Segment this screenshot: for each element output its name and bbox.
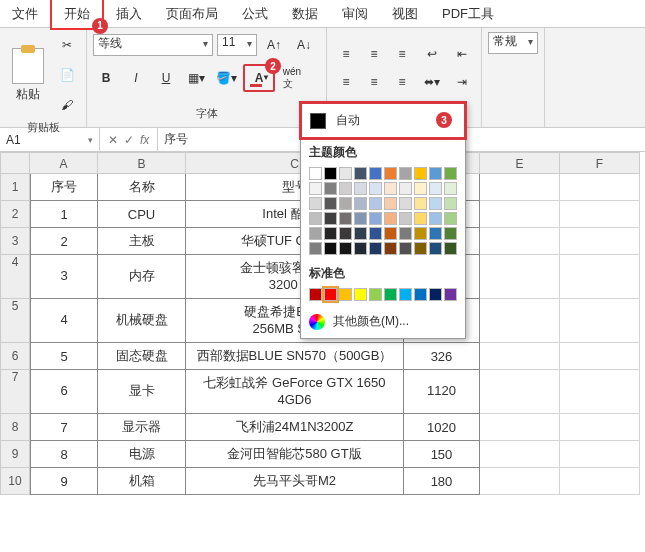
theme-color-swatch[interactable] [339, 182, 352, 195]
cell[interactable] [480, 174, 560, 201]
cell[interactable] [560, 228, 640, 255]
theme-color-swatch[interactable] [429, 182, 442, 195]
align-bottom-button[interactable]: ≡ [389, 41, 415, 67]
theme-color-swatch[interactable] [384, 227, 397, 240]
row-header[interactable]: 8 [0, 414, 30, 441]
cell[interactable]: 4 [30, 299, 98, 343]
standard-color-swatch[interactable] [384, 288, 397, 301]
cell[interactable] [480, 441, 560, 468]
row-header[interactable]: 9 [0, 441, 30, 468]
theme-color-swatch[interactable] [399, 227, 412, 240]
theme-color-swatch[interactable] [324, 182, 337, 195]
standard-color-swatch[interactable] [309, 288, 322, 301]
theme-color-swatch[interactable] [384, 242, 397, 255]
theme-color-swatch[interactable] [399, 167, 412, 180]
standard-color-swatch[interactable] [399, 288, 412, 301]
cell[interactable]: 固态硬盘 [98, 343, 186, 370]
row-header[interactable]: 7 [0, 370, 30, 414]
menu-文件[interactable]: 文件 [0, 0, 50, 28]
theme-color-swatch[interactable] [309, 227, 322, 240]
theme-color-swatch[interactable] [429, 167, 442, 180]
bold-button[interactable]: B [93, 65, 119, 91]
menu-数据[interactable]: 数据 [280, 0, 330, 28]
row-header[interactable]: 2 [0, 201, 30, 228]
cell[interactable]: 七彩虹战斧 GeForce GTX 1650 4GD6 [186, 370, 404, 414]
paste-button[interactable]: 粘贴 [6, 48, 50, 103]
cell[interactable]: 主板 [98, 228, 186, 255]
theme-color-swatch[interactable] [444, 212, 457, 225]
underline-button[interactable]: U [153, 65, 179, 91]
theme-color-swatch[interactable] [354, 167, 367, 180]
theme-color-swatch[interactable] [414, 182, 427, 195]
row-header[interactable]: 10 [0, 468, 30, 495]
standard-color-swatch[interactable] [354, 288, 367, 301]
indent-increase-button[interactable]: ⇥ [449, 69, 475, 95]
cell[interactable] [560, 414, 640, 441]
cell[interactable]: 机械硬盘 [98, 299, 186, 343]
align-right-button[interactable]: ≡ [389, 69, 415, 95]
cell[interactable]: 2 [30, 228, 98, 255]
auto-color-row[interactable]: 自动 3 [299, 101, 467, 140]
font-name-combo[interactable]: 等线 [93, 34, 213, 56]
theme-color-swatch[interactable] [309, 212, 322, 225]
menu-公式[interactable]: 公式 [230, 0, 280, 28]
cell[interactable] [560, 174, 640, 201]
cell[interactable] [480, 370, 560, 414]
cell[interactable] [480, 468, 560, 495]
cell[interactable] [560, 201, 640, 228]
col-header-B[interactable]: B [98, 152, 186, 174]
theme-color-swatch[interactable] [369, 182, 382, 195]
cell[interactable] [480, 343, 560, 370]
theme-color-swatch[interactable] [414, 167, 427, 180]
cut-button[interactable]: ✂ [54, 32, 80, 58]
fx-button[interactable]: fx [140, 133, 149, 147]
cell[interactable]: 180 [404, 468, 480, 495]
theme-color-swatch[interactable] [384, 182, 397, 195]
align-top-button[interactable]: ≡ [333, 41, 359, 67]
theme-color-swatch[interactable] [384, 197, 397, 210]
indent-decrease-button[interactable]: ⇤ [449, 41, 475, 67]
cell[interactable]: 显示器 [98, 414, 186, 441]
cell[interactable] [560, 468, 640, 495]
theme-color-swatch[interactable] [309, 182, 322, 195]
theme-color-swatch[interactable] [354, 227, 367, 240]
name-box[interactable]: A1 [0, 128, 100, 151]
number-format-combo[interactable]: 常规 [488, 32, 538, 54]
theme-color-swatch[interactable] [414, 242, 427, 255]
row-header[interactable]: 6 [0, 343, 30, 370]
cell[interactable]: 9 [30, 468, 98, 495]
italic-button[interactable]: I [123, 65, 149, 91]
col-header-E[interactable]: E [480, 152, 560, 174]
cell[interactable]: 6 [30, 370, 98, 414]
cell[interactable] [560, 370, 640, 414]
cell[interactable]: 内存 [98, 255, 186, 299]
theme-color-swatch[interactable] [444, 242, 457, 255]
standard-color-swatch[interactable] [324, 288, 337, 301]
cell[interactable]: 西部数据BLUE SN570（500GB） [186, 343, 404, 370]
phonetic-button[interactable]: wén文 [279, 65, 305, 91]
chevron-down-icon[interactable]: ▼ [262, 73, 270, 82]
cell[interactable]: 先马平头哥M2 [186, 468, 404, 495]
standard-color-swatch[interactable] [429, 288, 442, 301]
cell[interactable]: 8 [30, 441, 98, 468]
menu-开始[interactable]: 开始1 [50, 0, 104, 30]
fill-color-button[interactable]: 🪣▾ [213, 65, 239, 91]
cell[interactable] [480, 299, 560, 343]
theme-color-swatch[interactable] [339, 242, 352, 255]
standard-color-swatch[interactable] [339, 288, 352, 301]
cell[interactable]: CPU [98, 201, 186, 228]
cell[interactable]: 1 [30, 201, 98, 228]
theme-color-swatch[interactable] [399, 182, 412, 195]
theme-color-swatch[interactable] [354, 242, 367, 255]
row-header[interactable]: 3 [0, 228, 30, 255]
theme-color-swatch[interactable] [414, 197, 427, 210]
cell[interactable]: 5 [30, 343, 98, 370]
more-colors-row[interactable]: 其他颜色(M)... [301, 305, 465, 338]
menu-插入[interactable]: 插入 [104, 0, 154, 28]
theme-color-swatch[interactable] [369, 197, 382, 210]
theme-color-swatch[interactable] [384, 167, 397, 180]
theme-color-swatch[interactable] [384, 212, 397, 225]
merge-button[interactable]: ⬌▾ [419, 69, 445, 95]
cell[interactable] [560, 343, 640, 370]
cell[interactable]: 显卡 [98, 370, 186, 414]
